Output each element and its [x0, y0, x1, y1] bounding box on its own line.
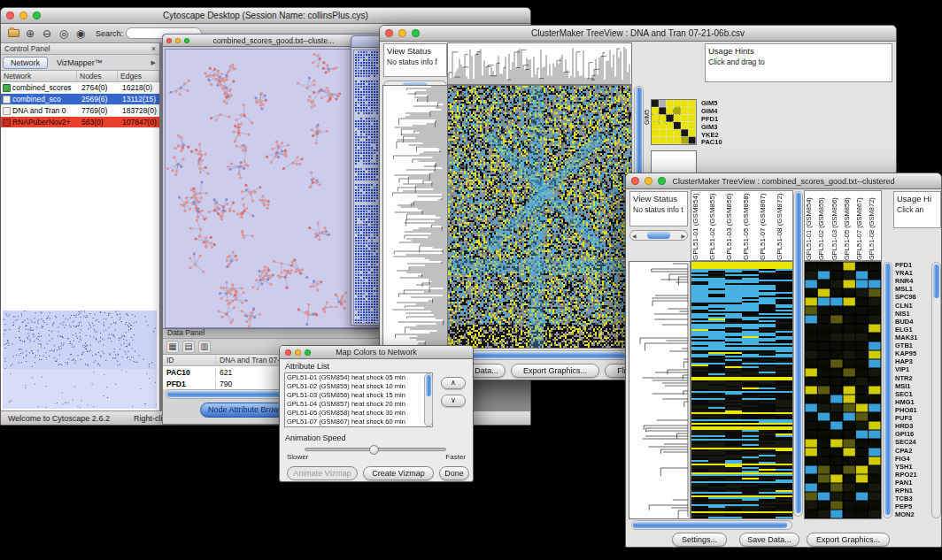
dialog-titlebar[interactable]: Map Colors to Network — [280, 346, 473, 359]
gene-label: BUD4 — [895, 318, 930, 326]
gene-label: SEC1 — [895, 391, 930, 398]
close-button[interactable] — [285, 349, 291, 356]
row-dendrogram-canvas[interactable] — [383, 86, 447, 348]
global-vscrollbar[interactable] — [793, 191, 803, 517]
select-attributes-icon[interactable]: ▦ — [166, 341, 179, 353]
correlation-thumbnail-canvas — [652, 100, 696, 144]
gene-label: YRA1 — [895, 270, 930, 277]
minimize-button[interactable] — [19, 12, 27, 19]
gene-label: VIP1 — [895, 366, 930, 373]
status-hscrollbar[interactable]: ◀ ▶ — [629, 230, 688, 241]
scroll-left-icon[interactable]: ◀ — [632, 233, 637, 239]
treeview-title: ClusterMaker TreeView : DNA and Tran 07-… — [380, 28, 896, 38]
tab-overflow-icon[interactable]: ▶ — [151, 59, 158, 66]
global-heatmap-canvas[interactable] — [691, 262, 792, 518]
attribute-list-item[interactable]: GPL51-01 (GSM854) heat shock 05 min — [285, 373, 432, 382]
zoom-vscrollbar[interactable] — [883, 262, 892, 518]
close-panel-icon[interactable]: × — [151, 44, 156, 53]
move-down-button[interactable]: ∨ — [441, 395, 466, 407]
row-dendrogram-canvas[interactable] — [629, 262, 690, 518]
heatmap-hscrollbar[interactable] — [448, 350, 631, 360]
zoom-heatmap-canvas[interactable] — [805, 262, 881, 518]
maximize-button[interactable] — [658, 177, 666, 185]
control-panel: Control Panel × Network VizMapper™ ▶ Net… — [1, 43, 160, 410]
maximize-button[interactable] — [33, 12, 41, 19]
network-row-alert[interactable]: RNAPuberNov2+ 563(0) 107847(0) — [1, 117, 159, 128]
gene-label: PAC10 — [701, 139, 737, 146]
slider-thumb[interactable] — [369, 445, 379, 455]
minimize-button[interactable] — [175, 38, 181, 43]
close-button[interactable] — [166, 38, 172, 43]
export-graphics-button[interactable]: Export Graphics... — [807, 533, 890, 547]
animation-speed-slider[interactable] — [305, 448, 446, 451]
gene-list-vscrollbar[interactable] — [931, 262, 941, 518]
column-label: GPL51-02 (GSM855) — [817, 191, 830, 260]
gene-label: GTB1 — [895, 342, 930, 349]
export-graphics-button[interactable]: Export Graphics... — [511, 364, 599, 378]
attribute-list-item[interactable]: GPL51-07 (GSM867) heat shock 60 min — [285, 418, 432, 426]
gene-label: HAP3 — [895, 358, 930, 365]
close-button[interactable] — [631, 177, 639, 185]
column-label: GPL51-08 (GSM872) — [776, 191, 792, 260]
save-data-button[interactable]: Save Data... — [739, 533, 799, 547]
zoom-out-icon[interactable]: ⊖ — [40, 27, 54, 41]
maximize-button[interactable] — [305, 349, 311, 356]
network-row-selected[interactable]: combined_sco 2569(6) 13112(15) — [1, 94, 159, 105]
tab-vizmapper[interactable]: VizMapper™ — [50, 58, 110, 68]
birdseye-canvas[interactable] — [3, 311, 157, 409]
gene-label: CPA2 — [895, 448, 930, 455]
minimize-button[interactable] — [645, 177, 652, 185]
close-button[interactable] — [385, 29, 393, 37]
tab-network[interactable]: Network — [3, 57, 48, 69]
attribute-list-vscrollbar[interactable] — [424, 373, 433, 426]
faster-label: Faster — [445, 453, 466, 461]
done-button[interactable]: Done — [439, 466, 469, 480]
thumbnail-gene-labels: GIM5GIM4PFD1GIM3YKE2PAC10 — [701, 100, 737, 146]
animation-speed-label: Animation Speed — [285, 433, 346, 442]
network-collection-icon — [3, 84, 11, 92]
global-hscrollbar[interactable] — [631, 520, 792, 530]
attribute-list-item[interactable]: GPL51-04 (GSM857) heat shock 20 min — [285, 400, 432, 409]
treeview-titlebar[interactable]: ClusterMaker TreeView : combined_scores_… — [626, 173, 941, 189]
column-label: GPL51-01 (GSM854) — [805, 191, 817, 260]
zoom-in-icon[interactable]: ⊕ — [23, 27, 37, 41]
column-label: GPL51-05 (GSM858) — [742, 191, 759, 260]
minimize-button[interactable] — [295, 349, 301, 356]
slower-label: Slower — [287, 453, 308, 461]
gene-label: FIG4 — [895, 456, 930, 463]
map-colors-dialog: Map Colors to Network Attribute List GPL… — [279, 345, 474, 482]
maximize-button[interactable] — [184, 38, 189, 43]
heatmap-canvas[interactable] — [448, 86, 631, 348]
minimize-button[interactable] — [398, 29, 406, 37]
zoom-fit-icon[interactable]: ◎ — [57, 27, 71, 41]
maximize-button[interactable] — [412, 29, 420, 37]
settings-button[interactable]: Settings... — [672, 533, 727, 547]
scroll-right-icon[interactable]: ▶ — [681, 233, 685, 239]
zoom-selected-icon[interactable]: ◉ — [73, 27, 88, 41]
move-up-button[interactable]: ∧ — [441, 377, 466, 389]
create-attribute-icon[interactable]: ▤ — [182, 341, 195, 353]
delete-attribute-icon[interactable]: ▥ — [198, 341, 211, 353]
gene-label: PAN1 — [895, 479, 930, 487]
control-panel-title: Control Panel — [4, 44, 50, 53]
gene-label: PFD1 — [701, 116, 737, 123]
animate-vizmap-button[interactable]: Animate Vizmap — [287, 466, 358, 480]
column-dendrogram-canvas[interactable] — [448, 43, 631, 84]
view-status-box: View Status No status info t — [629, 191, 688, 226]
network-row[interactable]: DNA and Tran 0 7769(0) 183728(0) — [1, 105, 159, 117]
network-row[interactable]: combined_scores 2764(0) 16218(0) — [1, 82, 159, 94]
close-button[interactable] — [6, 12, 14, 19]
create-vizmap-button[interactable]: Create Vizmap — [363, 466, 434, 480]
attribute-list: GPL51-01 (GSM854) heat shock 05 minGPL51… — [284, 372, 433, 427]
main-titlebar[interactable]: Cytoscape Desktop (Session Name: collins… — [1, 8, 530, 24]
attribute-list-item[interactable]: GPL51-02 (GSM855) heat shock 10 min — [285, 382, 432, 391]
open-file-icon[interactable] — [6, 27, 20, 41]
gene-label: PUF3 — [895, 415, 930, 422]
gene-label: GIM5 — [701, 100, 737, 107]
attribute-list-item[interactable]: GPL51-03 (GSM856) heat shock 15 min — [285, 391, 432, 400]
gene-label-list: PFD1YRA1RNR4MSL1SPC98CLN1NIS1BUD4ELG1MAK… — [895, 262, 930, 518]
column-label: GPL51-08 (GSM872) — [868, 191, 880, 260]
gene-label: MON2 — [895, 511, 930, 518]
treeview-titlebar[interactable]: ClusterMaker TreeView : DNA and Tran 07-… — [380, 26, 896, 42]
attribute-list-item[interactable]: GPL51-05 (GSM858) heat shock 30 min — [285, 409, 432, 418]
